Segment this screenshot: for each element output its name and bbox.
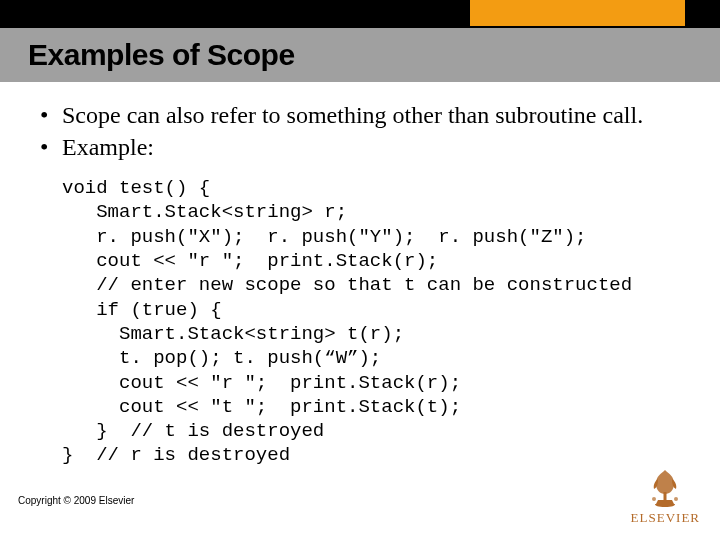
svg-point-2: [652, 497, 656, 501]
bullet-list: • Scope can also refer to something othe…: [40, 100, 680, 162]
slide: Examples of Scope • Scope can also refer…: [0, 0, 720, 540]
elsevier-tree-icon: [644, 464, 686, 508]
bullet-dot-icon: •: [40, 100, 62, 130]
copyright-text: Copyright © 2009 Elsevier: [18, 495, 134, 506]
bullet-text: Scope can also refer to something other …: [62, 100, 643, 130]
publisher-name: ELSEVIER: [631, 510, 700, 526]
svg-point-3: [674, 497, 678, 501]
orange-accent-box: [470, 0, 685, 26]
title-bar: Examples of Scope: [0, 28, 720, 82]
publisher-logo: ELSEVIER: [631, 464, 700, 526]
code-block: void test() { Smart.Stack<string> r; r. …: [62, 176, 680, 468]
slide-body: • Scope can also refer to something othe…: [40, 100, 680, 468]
bullet-item: • Example:: [40, 132, 680, 162]
bullet-dot-icon: •: [40, 132, 62, 162]
slide-title: Examples of Scope: [28, 38, 295, 72]
bullet-text: Example:: [62, 132, 154, 162]
bullet-item: • Scope can also refer to something othe…: [40, 100, 680, 130]
